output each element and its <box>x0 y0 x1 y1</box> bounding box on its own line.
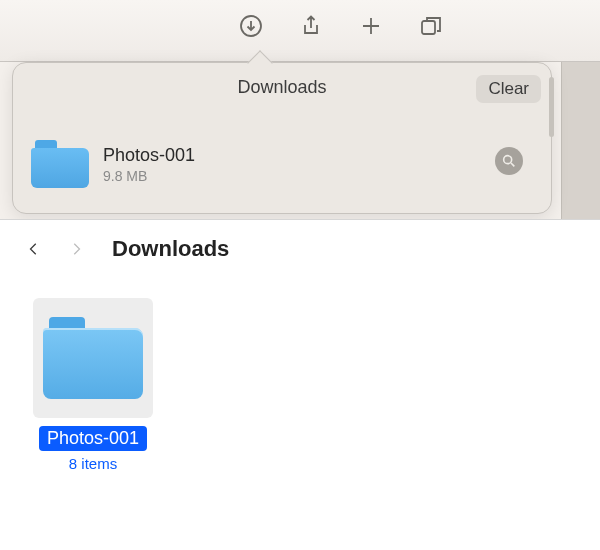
svg-rect-1 <box>422 21 435 34</box>
svg-point-2 <box>504 156 512 164</box>
finder-location-title: Downloads <box>112 236 229 262</box>
finder-item[interactable]: Photos-001 8 items <box>18 298 168 472</box>
reveal-in-finder-button[interactable] <box>495 147 523 175</box>
finder-item-detail: 8 items <box>69 455 117 472</box>
download-item-size: 9.8 MB <box>103 168 195 184</box>
popover-scrollbar[interactable] <box>549 77 554 137</box>
finder-toolbar: Downloads <box>0 220 600 278</box>
downloads-icon[interactable] <box>237 12 265 40</box>
folder-icon <box>43 317 143 399</box>
desktop-background <box>561 62 600 220</box>
popover-title: Downloads <box>13 77 551 98</box>
download-item-name: Photos-001 <box>103 145 195 166</box>
finder-window: Downloads Photos-001 8 items <box>0 219 600 550</box>
nav-back-button[interactable] <box>22 237 46 261</box>
nav-forward-button[interactable] <box>64 237 88 261</box>
clear-button[interactable]: Clear <box>476 75 541 103</box>
share-icon[interactable] <box>297 12 325 40</box>
finder-item-name: Photos-001 <box>39 426 147 451</box>
browser-toolbar <box>0 0 600 62</box>
tabs-icon[interactable] <box>417 12 445 40</box>
plus-icon[interactable] <box>357 12 385 40</box>
finder-item-icon-background <box>33 298 153 418</box>
folder-icon <box>31 140 89 188</box>
downloads-popover: Downloads Clear Photos-001 9.8 MB <box>12 62 552 214</box>
download-item[interactable]: Photos-001 9.8 MB <box>31 129 533 199</box>
